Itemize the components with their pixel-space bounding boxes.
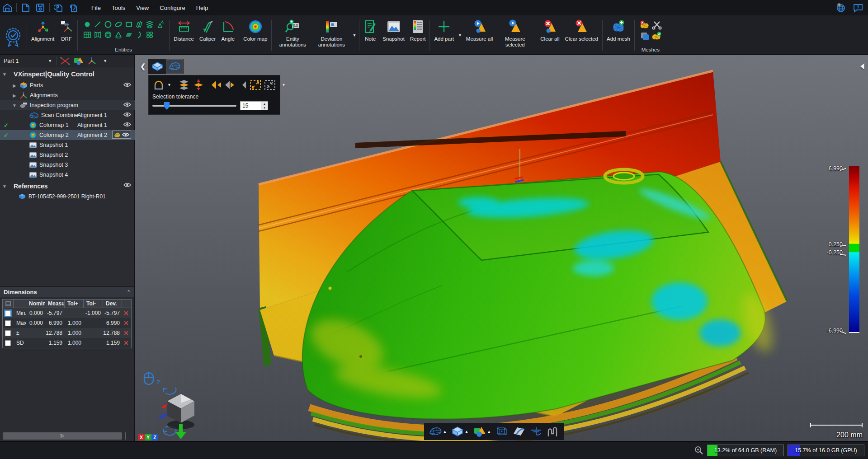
help-chat-button[interactable]: ? [851,2,865,14]
row-checkbox[interactable] [5,330,11,336]
colormap-badge-icon[interactable] [113,131,121,138]
clipping-plane-button[interactable] [512,426,526,437]
alignment-filter-icon[interactable] [86,56,97,66]
dimension-row-min[interactable]: Min. 0.000 -5.797 -1.000 -5.797 ✕ [3,308,131,318]
row-checkbox[interactable] [5,340,11,346]
merge-mesh-button[interactable] [639,29,651,43]
tree-item-snapshot-2[interactable]: Snapshot 2 [0,150,135,160]
note-button[interactable]: Note [361,16,380,54]
entity-sphere-button[interactable] [104,28,113,42]
tree-item-reference-part[interactable]: BT-105452-999-2501 Right-R01 [0,192,135,201]
entity-grid-button[interactable] [83,28,92,42]
dropdown-caret[interactable]: ▲ [465,430,468,434]
invert-selection-button[interactable] [210,78,222,92]
grow-selection-button[interactable] [249,78,262,92]
mesh-display-button[interactable]: ▲ [428,426,448,437]
dimensions-panel-header[interactable]: Dimensions ⌃ [0,286,134,297]
spin-up-button[interactable]: ▲ [261,102,268,106]
add-mesh-button[interactable]: Add mesh [604,16,633,54]
tolerance-input[interactable] [241,102,261,110]
dimension-row-max[interactable]: Max. 0.000 6.990 1.000 6.990 ✕ [3,318,131,328]
fail-status-icon[interactable]: ✕ [122,329,129,337]
tree-item-scan-combine[interactable]: Scan Combine Alignment 1 [0,110,135,120]
measure-selected-button[interactable]: Measure selected [495,16,534,54]
part-selector-caret[interactable]: ▼ [47,59,53,63]
entity-surface-button[interactable] [124,28,133,42]
dimension-row-sd[interactable]: SD 1.159 1.000 1.159 ✕ [3,338,131,348]
selection-mode-caret[interactable]: ▼ [166,83,173,87]
clear-selected-button[interactable]: Clear selected [562,16,601,54]
tab-part-view[interactable] [149,60,165,73]
bounding-box-button[interactable] [495,426,509,437]
scan-cross-icon[interactable] [59,56,71,66]
menu-tools[interactable]: Tools [107,3,130,13]
entity-pattern-button[interactable] [145,28,154,42]
visibility-eye-icon[interactable] [123,121,132,128]
entity-point-cloud-button[interactable] [156,18,165,31]
visibility-eye-icon[interactable] [123,182,132,188]
dimension-row-plusminus[interactable]: ± 12.788 1.000 12.788 ✕ [3,328,131,338]
language-globe-button[interactable]: ? [834,2,848,14]
menu-configure[interactable]: Configure [155,3,189,13]
tree-item-snapshot-3[interactable]: Snapshot 3 [0,160,135,170]
import-session-button[interactable] [52,2,66,14]
select-through-button[interactable] [177,78,191,92]
tree-section-references[interactable]: ▼ References [0,181,135,192]
export-session-button[interactable] [66,2,80,14]
tree-item-snapshot-4[interactable]: Snapshot 4 [0,170,135,180]
filter-dropdown-caret[interactable]: ▼ [102,59,108,63]
entities-display-button[interactable]: ▲ [472,426,492,437]
deviation-annotations-button[interactable]: Deviation annotations [312,16,351,54]
validate-mesh-button[interactable] [651,29,662,43]
visibility-eye-icon[interactable] [122,131,130,138]
add-part-button[interactable]: Add part [431,16,456,54]
histogram-button[interactable] [546,426,561,437]
tree-item-alignments[interactable]: ▶ Alignments [0,90,135,100]
annotations-dropdown-caret[interactable]: ▼ [351,33,358,37]
tree-root-vxinspect[interactable]: ▼ VXinspect|Quality Control [0,69,135,80]
select-visible-button[interactable] [192,78,205,92]
previous-selection-button[interactable] [241,78,248,92]
drf-button[interactable]: DRF [57,16,76,54]
colormap-button[interactable]: Color map [241,16,270,54]
fail-status-icon[interactable]: ✕ [122,309,129,317]
panel-horizontal-scrollbar[interactable] [3,432,122,440]
alignment-button[interactable]: Alignment [28,16,57,54]
angle-button[interactable]: Angle [218,16,237,54]
entities-filter-icon[interactable] [73,56,85,66]
visibility-eye-icon[interactable] [123,111,132,118]
report-button[interactable]: Report [407,16,429,54]
row-checkbox[interactable] [5,320,11,326]
visibility-eye-icon[interactable] [123,81,132,88]
tree-item-parts[interactable]: ▶ Parts [0,80,135,90]
collapse-left-chevron[interactable]: ❮ [140,62,146,70]
tree-item-colormap-2-selected[interactable]: ✓ Colormap 2 Alignment 2 [0,130,135,140]
fail-status-icon[interactable]: ✕ [122,339,129,347]
entity-cone-button[interactable] [114,28,123,42]
visibility-eye-icon[interactable] [123,101,132,108]
home-button[interactable] [0,2,14,14]
viewport-3d[interactable]: ❮ ▼ ▼ [135,55,868,441]
row-checkbox[interactable] [5,310,11,316]
part-selector-value[interactable]: Part 1 [0,58,19,64]
tree-item-snapshot-1[interactable]: Snapshot 1 [0,140,135,150]
part-display-button[interactable]: ▲ [450,426,469,437]
quality-control-badge-button[interactable] [1,16,25,54]
add-part-dropdown-caret[interactable]: ▼ [457,33,463,37]
menu-help[interactable]: Help [192,3,213,13]
entity-annotations-button[interactable]: Entity annotations [273,16,312,54]
measure-all-button[interactable]: Measure all [463,16,495,54]
entity-curve-button[interactable] [135,28,144,42]
fail-status-icon[interactable]: ✕ [122,319,129,327]
tab-mesh-view[interactable] [166,60,183,73]
distance-button[interactable]: Distance [171,16,197,54]
mouse-help-button[interactable]: ? [143,371,161,387]
snapshot-button[interactable]: Snapshot [380,16,407,54]
menu-view[interactable]: View [132,3,153,13]
deselect-button[interactable] [223,78,236,92]
collapse-right-chevron[interactable] [860,63,864,70]
spin-down-button[interactable]: ▼ [261,106,268,110]
zoom-magnifier-icon[interactable] [694,446,703,455]
free-selection-button[interactable] [152,78,165,92]
dropdown-caret[interactable]: ▲ [487,430,491,434]
